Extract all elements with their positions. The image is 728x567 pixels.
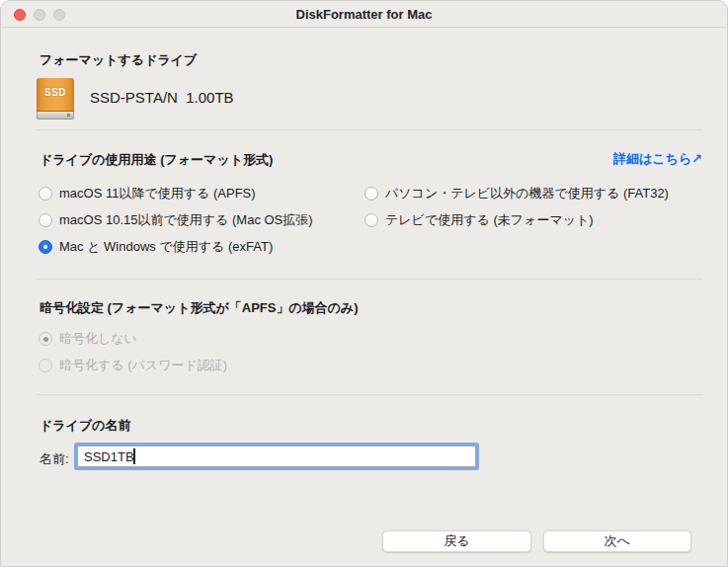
drive-section-header: フォーマットするドライブ xyxy=(40,51,197,69)
radio-option-exfat[interactable]: Mac と Windows で使用する (exFAT) xyxy=(39,239,273,255)
radio-option-fat32[interactable]: パソコン・テレビ以外の機器で使用する (FAT32) xyxy=(364,186,669,202)
next-button[interactable]: 次へ xyxy=(543,530,691,552)
radio-label: パソコン・テレビ以外の機器で使用する (FAT32) xyxy=(385,186,669,202)
radio-icon[interactable] xyxy=(364,213,378,227)
separator xyxy=(37,279,702,280)
radio-icon xyxy=(39,332,52,346)
title-bar: DiskFormatter for Mac xyxy=(1,1,727,28)
drive-name-input[interactable] xyxy=(77,446,476,467)
radio-icon[interactable] xyxy=(39,213,52,227)
radio-label: macOS 10.15以前で使用する (Mac OS拡張) xyxy=(59,212,313,228)
drive-icon-label: SSD xyxy=(37,87,74,98)
separator xyxy=(37,129,702,130)
usage-section-header: ドライブの使用用途 (フォーマット形式) xyxy=(40,151,273,169)
radio-label: 暗号化しない xyxy=(59,331,137,347)
drive-info-text: SSD-PSTA/N 1.00TB xyxy=(90,90,234,106)
radio-icon xyxy=(39,359,52,372)
name-field-label: 名前: xyxy=(40,450,69,468)
drive-icon-base xyxy=(37,112,74,120)
radio-icon[interactable] xyxy=(39,187,52,201)
text-caret xyxy=(133,448,135,464)
diskformatter-window: DiskFormatter for Mac フォーマットするドライブ SSD S… xyxy=(0,0,728,567)
back-button[interactable]: 戻る xyxy=(382,530,531,552)
name-section-header: ドライブの名前 xyxy=(40,417,131,435)
radio-option-no-encryption: 暗号化しない xyxy=(39,331,137,347)
radio-label: 暗号化する (パスワード認証) xyxy=(59,358,227,373)
ssd-drive-icon: SSD xyxy=(37,78,74,120)
zoom-button xyxy=(53,9,65,21)
radio-icon[interactable] xyxy=(39,240,52,254)
drive-icon-body: SSD xyxy=(37,78,74,112)
drive-led-icon xyxy=(67,114,70,117)
radio-label: macOS 11以降で使用する (APFS) xyxy=(59,186,256,202)
radio-option-encrypt-password: 暗号化する (パスワード認証) xyxy=(39,358,227,373)
window-title: DiskFormatter for Mac xyxy=(296,7,433,22)
radio-label: Mac と Windows で使用する (exFAT) xyxy=(59,239,273,255)
separator xyxy=(37,394,702,395)
details-link[interactable]: 詳細はこちら↗ xyxy=(613,150,702,168)
radio-option-unformatted[interactable]: テレビで使用する (未フォーマット) xyxy=(364,212,594,228)
radio-option-apfs[interactable]: macOS 11以降で使用する (APFS) xyxy=(39,186,256,202)
close-button[interactable] xyxy=(14,9,26,21)
encryption-section-header: 暗号化設定 (フォーマット形式が「APFS」の場合のみ) xyxy=(40,299,359,317)
radio-icon[interactable] xyxy=(364,187,378,201)
radio-option-macos-extended[interactable]: macOS 10.15以前で使用する (Mac OS拡張) xyxy=(39,212,313,228)
minimize-button xyxy=(34,9,45,21)
radio-label: テレビで使用する (未フォーマット) xyxy=(385,212,594,228)
